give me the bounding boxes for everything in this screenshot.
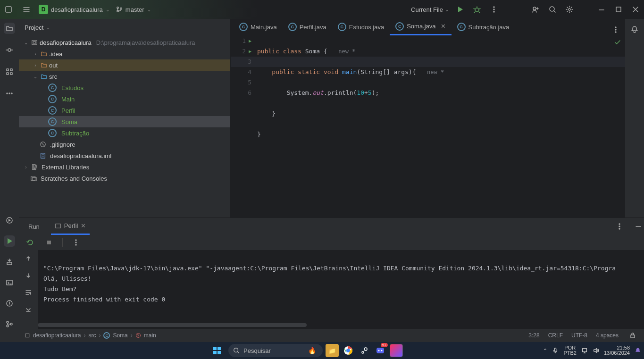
close-button[interactable] (630, 4, 641, 15)
taskbar-search[interactable]: Pesquisar 🔥 (228, 344, 323, 357)
problems-tool-button[interactable] (4, 298, 15, 309)
commit-tool-button[interactable] (4, 44, 15, 56)
tab-estudos[interactable]: CEstudos.java (332, 18, 390, 35)
cursor-position[interactable]: 3:28 (528, 332, 539, 339)
rerun-button[interactable] (25, 237, 36, 248)
tab-label: Main.java (251, 24, 277, 31)
hide-panel-button[interactable] (633, 221, 644, 232)
more-tools-button[interactable] (4, 88, 15, 99)
soft-wrap-button[interactable] (23, 287, 34, 298)
discord-icon[interactable]: 9+ (374, 344, 387, 357)
console-output[interactable]: "C:\Program Files\Java\jdk-17\bin\java.e… (38, 250, 644, 329)
mic-icon[interactable] (552, 347, 559, 354)
build-tool-button[interactable] (4, 256, 15, 267)
svg-point-41 (75, 242, 76, 243)
maximize-button[interactable] (613, 4, 624, 15)
run-config-tab[interactable]: Perfil ✕ (51, 218, 90, 235)
run-config-selector[interactable]: Current File ⌄ (411, 6, 449, 13)
chevron-down-icon[interactable]: ⌄ (46, 25, 50, 30)
run-tool-button[interactable] (4, 235, 15, 247)
breadcrumb[interactable]: desafiopraticaalura › src › C Soma › mai… (25, 332, 156, 339)
tab-subtracao[interactable]: CSubtração.java (452, 18, 515, 35)
tree-external-libs[interactable]: ›External Libraries (19, 161, 230, 173)
code-with-me-button[interactable] (530, 4, 541, 15)
lock-icon[interactable] (627, 330, 638, 341)
line-separator[interactable]: CRLF (548, 332, 563, 339)
close-tab-icon[interactable]: ✕ (441, 23, 446, 30)
git-branch-selector[interactable]: master ⌄ (116, 6, 151, 13)
tree-folder-out[interactable]: › out (19, 59, 230, 71)
svg-point-37 (619, 226, 620, 227)
notifications-icon[interactable] (635, 347, 641, 354)
line-number: 2 (242, 46, 246, 57)
svg-point-33 (615, 29, 616, 30)
intellij-taskbar-icon[interactable] (390, 344, 403, 357)
more-actions-button[interactable] (488, 4, 500, 15)
debug-button[interactable] (471, 4, 483, 15)
close-tab-icon[interactable]: ✕ (81, 222, 86, 229)
console-options-button[interactable] (70, 237, 82, 248)
tree-file-subtracao[interactable]: CSubtração (19, 127, 230, 139)
tab-soma[interactable]: CSoma.java✕ (390, 18, 451, 35)
main-menu-button[interactable] (21, 4, 32, 15)
language-indicator[interactable]: POR PTB2 (563, 345, 577, 356)
project-selector[interactable]: D desafiopraticaalura ⌄ (39, 5, 109, 14)
tree-folder-src[interactable]: ⌄ src (19, 71, 230, 82)
horizontal-scrollbar[interactable] (38, 323, 307, 327)
run-button[interactable] (454, 4, 466, 15)
search-placeholder: Pesquisar (243, 347, 271, 354)
tab-label: Perfil.java (300, 24, 326, 31)
panel-options-button[interactable] (614, 221, 625, 232)
structure-tool-button[interactable] (4, 66, 15, 77)
code-editor[interactable]: 1▶ 2▶ 3 4 5 6 public class Soma { new * … (231, 36, 625, 217)
tree-root[interactable]: ⌄ desafiopraticaalura D:\programajava\de… (19, 37, 230, 48)
tab-perfil[interactable]: CPerfil.java (283, 18, 332, 35)
project-tree[interactable]: ⌄ desafiopraticaalura D:\programajava\de… (19, 36, 230, 217)
indent-setting[interactable]: 4 spaces (596, 332, 619, 339)
minimize-button[interactable] (596, 4, 607, 15)
tree-file-gitignore[interactable]: .gitignore (19, 139, 230, 150)
search-everywhere-button[interactable] (547, 4, 558, 15)
scroll-down-button[interactable] (23, 270, 34, 281)
run-gutter-icon[interactable]: ▶ (249, 46, 251, 57)
terminal-tool-button[interactable] (4, 277, 15, 288)
svg-rect-48 (213, 351, 217, 354)
stop-button[interactable] (43, 237, 55, 248)
tree-file-main[interactable]: CMain (19, 93, 230, 105)
crumb-item[interactable]: Soma (113, 332, 127, 339)
svg-point-18 (9, 93, 10, 94)
tree-file-iml[interactable]: desafiopraticaalura.iml (19, 150, 230, 161)
tree-folder-idea[interactable]: › .idea (19, 48, 230, 59)
network-icon[interactable] (581, 347, 588, 354)
crumb-item[interactable]: main (144, 332, 156, 339)
notifications-button[interactable] (629, 24, 640, 35)
tray-expand-icon[interactable]: ⌃ (543, 348, 547, 354)
tab-options-button[interactable] (610, 24, 621, 35)
explorer-icon[interactable]: 📁 (326, 344, 339, 357)
svg-rect-43 (25, 334, 29, 337)
steam-icon[interactable] (358, 344, 371, 357)
tree-file-perfil[interactable]: CPerfil (19, 105, 230, 116)
scroll-up-button[interactable] (23, 253, 34, 264)
file-encoding[interactable]: UTF-8 (571, 332, 587, 339)
clock[interactable]: 21:58 13/06/2024 (604, 345, 630, 356)
crumb-item[interactable]: src (88, 332, 96, 339)
start-button[interactable] (209, 344, 226, 357)
services-tool-button[interactable] (4, 215, 15, 226)
tab-main[interactable]: CMain.java (234, 18, 283, 35)
git-tool-button[interactable] (4, 318, 15, 330)
inspection-ok-icon[interactable] (614, 39, 621, 50)
chrome-icon[interactable] (342, 344, 355, 357)
tree-file-estudos[interactable]: CEstudos (19, 82, 230, 93)
run-gutter-icon[interactable]: ▶ (249, 36, 251, 46)
tree-scratches[interactable]: Scratches and Consoles (19, 173, 230, 184)
scroll-to-end-button[interactable] (23, 304, 34, 315)
crumb-item[interactable]: desafiopraticaalura (33, 332, 81, 339)
tree-file-soma[interactable]: CSoma (19, 116, 230, 127)
svg-rect-47 (217, 347, 221, 350)
run-tab[interactable]: Run (25, 218, 43, 235)
settings-button[interactable] (564, 4, 575, 15)
volume-icon[interactable] (593, 347, 599, 354)
tab-label: Soma.java (407, 23, 435, 30)
project-tool-button[interactable] (4, 23, 15, 34)
